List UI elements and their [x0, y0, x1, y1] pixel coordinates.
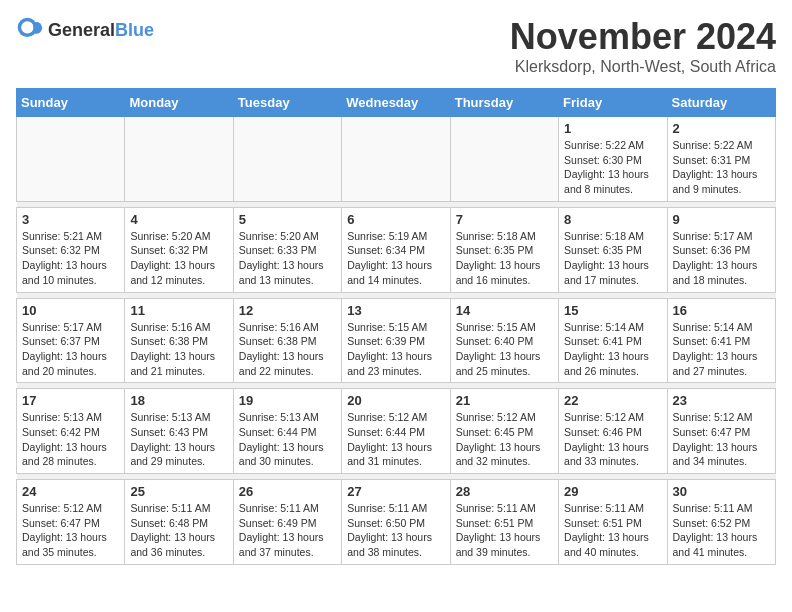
- calendar-cell: 12Sunrise: 5:16 AMSunset: 6:38 PMDayligh…: [233, 298, 341, 383]
- day-number: 27: [347, 484, 444, 499]
- calendar-cell: 15Sunrise: 5:14 AMSunset: 6:41 PMDayligh…: [559, 298, 667, 383]
- logo-icon: [16, 16, 44, 44]
- calendar-cell: [125, 117, 233, 202]
- calendar-cell: 4Sunrise: 5:20 AMSunset: 6:32 PMDaylight…: [125, 207, 233, 292]
- day-number: 19: [239, 393, 336, 408]
- day-info: Sunrise: 5:12 AMSunset: 6:45 PMDaylight:…: [456, 410, 553, 469]
- day-number: 4: [130, 212, 227, 227]
- day-number: 11: [130, 303, 227, 318]
- location-title: Klerksdorp, North-West, South Africa: [510, 58, 776, 76]
- calendar-cell: 23Sunrise: 5:12 AMSunset: 6:47 PMDayligh…: [667, 389, 775, 474]
- day-number: 14: [456, 303, 553, 318]
- day-number: 8: [564, 212, 661, 227]
- day-info: Sunrise: 5:18 AMSunset: 6:35 PMDaylight:…: [456, 229, 553, 288]
- day-info: Sunrise: 5:13 AMSunset: 6:44 PMDaylight:…: [239, 410, 336, 469]
- calendar-cell: 18Sunrise: 5:13 AMSunset: 6:43 PMDayligh…: [125, 389, 233, 474]
- calendar-cell: 10Sunrise: 5:17 AMSunset: 6:37 PMDayligh…: [17, 298, 125, 383]
- day-info: Sunrise: 5:17 AMSunset: 6:36 PMDaylight:…: [673, 229, 770, 288]
- logo: GeneralBlue: [16, 16, 154, 44]
- day-number: 16: [673, 303, 770, 318]
- calendar-cell: 22Sunrise: 5:12 AMSunset: 6:46 PMDayligh…: [559, 389, 667, 474]
- day-info: Sunrise: 5:11 AMSunset: 6:51 PMDaylight:…: [564, 501, 661, 560]
- day-number: 28: [456, 484, 553, 499]
- calendar-cell: 30Sunrise: 5:11 AMSunset: 6:52 PMDayligh…: [667, 480, 775, 565]
- day-number: 13: [347, 303, 444, 318]
- day-number: 6: [347, 212, 444, 227]
- day-info: Sunrise: 5:13 AMSunset: 6:43 PMDaylight:…: [130, 410, 227, 469]
- calendar-cell: 26Sunrise: 5:11 AMSunset: 6:49 PMDayligh…: [233, 480, 341, 565]
- day-number: 1: [564, 121, 661, 136]
- day-info: Sunrise: 5:12 AMSunset: 6:47 PMDaylight:…: [22, 501, 119, 560]
- day-info: Sunrise: 5:12 AMSunset: 6:47 PMDaylight:…: [673, 410, 770, 469]
- day-number: 3: [22, 212, 119, 227]
- weekday-header-friday: Friday: [559, 89, 667, 117]
- day-number: 22: [564, 393, 661, 408]
- calendar-cell: [342, 117, 450, 202]
- weekday-header-monday: Monday: [125, 89, 233, 117]
- day-number: 21: [456, 393, 553, 408]
- calendar-cell: 7Sunrise: 5:18 AMSunset: 6:35 PMDaylight…: [450, 207, 558, 292]
- day-info: Sunrise: 5:11 AMSunset: 6:50 PMDaylight:…: [347, 501, 444, 560]
- day-info: Sunrise: 5:21 AMSunset: 6:32 PMDaylight:…: [22, 229, 119, 288]
- day-number: 5: [239, 212, 336, 227]
- calendar-cell: 8Sunrise: 5:18 AMSunset: 6:35 PMDaylight…: [559, 207, 667, 292]
- day-info: Sunrise: 5:15 AMSunset: 6:39 PMDaylight:…: [347, 320, 444, 379]
- calendar-table: SundayMondayTuesdayWednesdayThursdayFrid…: [16, 88, 776, 565]
- calendar-cell: 5Sunrise: 5:20 AMSunset: 6:33 PMDaylight…: [233, 207, 341, 292]
- header: GeneralBlue November 2024 Klerksdorp, No…: [16, 16, 776, 76]
- day-number: 15: [564, 303, 661, 318]
- day-info: Sunrise: 5:11 AMSunset: 6:48 PMDaylight:…: [130, 501, 227, 560]
- day-info: Sunrise: 5:14 AMSunset: 6:41 PMDaylight:…: [564, 320, 661, 379]
- calendar-cell: [233, 117, 341, 202]
- day-info: Sunrise: 5:11 AMSunset: 6:51 PMDaylight:…: [456, 501, 553, 560]
- day-number: 30: [673, 484, 770, 499]
- week-row-4: 24Sunrise: 5:12 AMSunset: 6:47 PMDayligh…: [17, 480, 776, 565]
- day-info: Sunrise: 5:19 AMSunset: 6:34 PMDaylight:…: [347, 229, 444, 288]
- day-info: Sunrise: 5:17 AMSunset: 6:37 PMDaylight:…: [22, 320, 119, 379]
- calendar-cell: 2Sunrise: 5:22 AMSunset: 6:31 PMDaylight…: [667, 117, 775, 202]
- calendar-cell: 1Sunrise: 5:22 AMSunset: 6:30 PMDaylight…: [559, 117, 667, 202]
- day-info: Sunrise: 5:15 AMSunset: 6:40 PMDaylight:…: [456, 320, 553, 379]
- day-number: 18: [130, 393, 227, 408]
- calendar-cell: 11Sunrise: 5:16 AMSunset: 6:38 PMDayligh…: [125, 298, 233, 383]
- day-info: Sunrise: 5:22 AMSunset: 6:31 PMDaylight:…: [673, 138, 770, 197]
- weekday-header-row: SundayMondayTuesdayWednesdayThursdayFrid…: [17, 89, 776, 117]
- day-number: 20: [347, 393, 444, 408]
- day-number: 7: [456, 212, 553, 227]
- day-info: Sunrise: 5:16 AMSunset: 6:38 PMDaylight:…: [130, 320, 227, 379]
- day-info: Sunrise: 5:12 AMSunset: 6:44 PMDaylight:…: [347, 410, 444, 469]
- calendar-cell: 6Sunrise: 5:19 AMSunset: 6:34 PMDaylight…: [342, 207, 450, 292]
- calendar-cell: 21Sunrise: 5:12 AMSunset: 6:45 PMDayligh…: [450, 389, 558, 474]
- day-info: Sunrise: 5:20 AMSunset: 6:32 PMDaylight:…: [130, 229, 227, 288]
- weekday-header-wednesday: Wednesday: [342, 89, 450, 117]
- day-number: 2: [673, 121, 770, 136]
- weekday-header-sunday: Sunday: [17, 89, 125, 117]
- calendar-cell: 27Sunrise: 5:11 AMSunset: 6:50 PMDayligh…: [342, 480, 450, 565]
- day-info: Sunrise: 5:11 AMSunset: 6:52 PMDaylight:…: [673, 501, 770, 560]
- calendar-cell: 13Sunrise: 5:15 AMSunset: 6:39 PMDayligh…: [342, 298, 450, 383]
- week-row-2: 10Sunrise: 5:17 AMSunset: 6:37 PMDayligh…: [17, 298, 776, 383]
- calendar-cell: 17Sunrise: 5:13 AMSunset: 6:42 PMDayligh…: [17, 389, 125, 474]
- day-number: 25: [130, 484, 227, 499]
- day-number: 26: [239, 484, 336, 499]
- day-number: 12: [239, 303, 336, 318]
- day-number: 10: [22, 303, 119, 318]
- title-area: November 2024 Klerksdorp, North-West, So…: [510, 16, 776, 76]
- week-row-0: 1Sunrise: 5:22 AMSunset: 6:30 PMDaylight…: [17, 117, 776, 202]
- calendar-cell: 9Sunrise: 5:17 AMSunset: 6:36 PMDaylight…: [667, 207, 775, 292]
- calendar-cell: 19Sunrise: 5:13 AMSunset: 6:44 PMDayligh…: [233, 389, 341, 474]
- month-title: November 2024: [510, 16, 776, 58]
- day-info: Sunrise: 5:18 AMSunset: 6:35 PMDaylight:…: [564, 229, 661, 288]
- day-number: 29: [564, 484, 661, 499]
- calendar-cell: 28Sunrise: 5:11 AMSunset: 6:51 PMDayligh…: [450, 480, 558, 565]
- calendar-cell: 29Sunrise: 5:11 AMSunset: 6:51 PMDayligh…: [559, 480, 667, 565]
- week-row-1: 3Sunrise: 5:21 AMSunset: 6:32 PMDaylight…: [17, 207, 776, 292]
- day-number: 9: [673, 212, 770, 227]
- day-info: Sunrise: 5:14 AMSunset: 6:41 PMDaylight:…: [673, 320, 770, 379]
- calendar-cell: [450, 117, 558, 202]
- day-info: Sunrise: 5:16 AMSunset: 6:38 PMDaylight:…: [239, 320, 336, 379]
- calendar-cell: [17, 117, 125, 202]
- day-info: Sunrise: 5:22 AMSunset: 6:30 PMDaylight:…: [564, 138, 661, 197]
- week-row-3: 17Sunrise: 5:13 AMSunset: 6:42 PMDayligh…: [17, 389, 776, 474]
- calendar-cell: 14Sunrise: 5:15 AMSunset: 6:40 PMDayligh…: [450, 298, 558, 383]
